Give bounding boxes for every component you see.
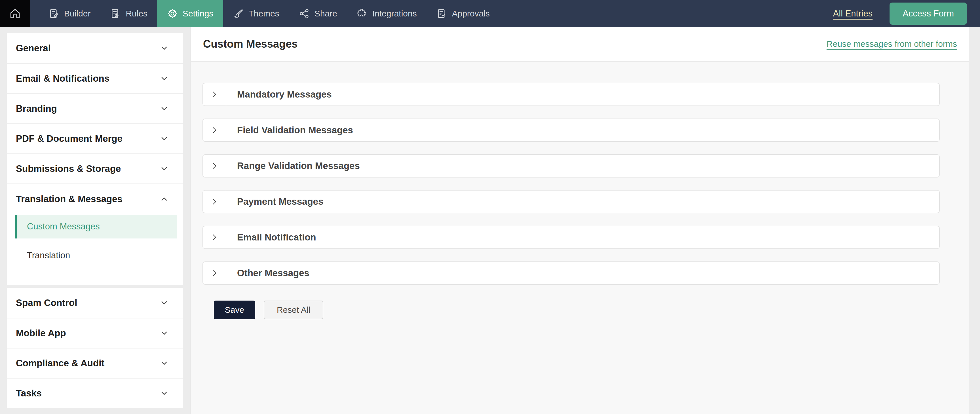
sidebar-group-translation-messages: Translation & Messages Custom Messages T… bbox=[7, 183, 183, 285]
sidebar-item-label: PDF & Document Merge bbox=[16, 133, 123, 144]
sidebar-item-submissions-storage[interactable]: Submissions & Storage bbox=[7, 153, 183, 183]
chevron-down-icon bbox=[160, 389, 169, 398]
integrations-puzzle-icon bbox=[356, 8, 368, 19]
sidebar-item-pdf-document-merge[interactable]: PDF & Document Merge bbox=[7, 123, 183, 153]
sidebar-item-branding[interactable]: Branding bbox=[7, 93, 183, 123]
sidebar-item-spam-control[interactable]: Spam Control bbox=[7, 288, 183, 318]
tab-label: Share bbox=[315, 9, 337, 18]
accordion-email-notification[interactable]: Email Notification bbox=[202, 226, 940, 249]
main-header: Custom Messages Reuse messages from othe… bbox=[191, 27, 969, 62]
sidebar-item-label: Tasks bbox=[16, 388, 42, 399]
accordion-list: Mandatory Messages Field Validation Mess… bbox=[191, 62, 969, 319]
themes-brush-icon bbox=[233, 8, 244, 19]
sidebar-item-email-notifications[interactable]: Email & Notifications bbox=[7, 63, 183, 93]
nav-tabs: Builder Rules Settings bbox=[38, 0, 500, 27]
chevron-right-icon[interactable] bbox=[203, 83, 226, 105]
all-entries-link[interactable]: All Entries bbox=[833, 8, 873, 19]
sidebar-subitem-custom-messages[interactable]: Custom Messages bbox=[15, 215, 177, 239]
accordion-mandatory-messages[interactable]: Mandatory Messages bbox=[202, 83, 940, 106]
accordion-label: Email Notification bbox=[226, 232, 316, 243]
sidebar-item-mobile-app[interactable]: Mobile App bbox=[7, 318, 183, 348]
sidebar-item-compliance-audit[interactable]: Compliance & Audit bbox=[7, 348, 183, 378]
home-icon bbox=[9, 7, 21, 20]
builder-icon bbox=[48, 8, 60, 19]
settings-gear-icon bbox=[167, 8, 178, 19]
sidebar-subitem-translation[interactable]: Translation bbox=[15, 244, 177, 268]
sidebar-item-label: Branding bbox=[16, 103, 57, 114]
page-title: Custom Messages bbox=[203, 38, 298, 50]
accordion-label: Field Validation Messages bbox=[226, 125, 353, 135]
sidebar-item-tasks[interactable]: Tasks bbox=[7, 378, 183, 408]
rules-icon bbox=[110, 8, 121, 19]
reset-all-button[interactable]: Reset All bbox=[264, 301, 323, 319]
accordion-label: Payment Messages bbox=[226, 196, 323, 207]
accordion-field-validation-messages[interactable]: Field Validation Messages bbox=[202, 118, 940, 142]
chevron-down-icon bbox=[160, 298, 169, 307]
tab-settings[interactable]: Settings bbox=[157, 0, 223, 27]
accordion-label: Range Validation Messages bbox=[226, 161, 360, 171]
settings-sidebar: General Email & Notifications Branding P… bbox=[7, 33, 183, 408]
chevron-down-icon bbox=[160, 44, 169, 53]
tab-approvals[interactable]: Approvals bbox=[426, 0, 500, 27]
main-content: Custom Messages Reuse messages from othe… bbox=[191, 27, 969, 414]
tab-integrations[interactable]: Integrations bbox=[347, 0, 426, 27]
sidebar-item-translation-messages[interactable]: Translation & Messages bbox=[7, 184, 183, 214]
sidebar-item-label: Submissions & Storage bbox=[16, 163, 121, 174]
accordion-other-messages[interactable]: Other Messages bbox=[202, 261, 940, 285]
tab-share[interactable]: Share bbox=[289, 0, 347, 27]
sidebar-item-label: Email & Notifications bbox=[16, 73, 110, 84]
chevron-down-icon bbox=[160, 74, 169, 83]
sidebar-item-label: General bbox=[16, 43, 51, 54]
tab-label: Builder bbox=[64, 9, 91, 18]
home-button[interactable] bbox=[0, 0, 30, 27]
sidebar-item-label: Compliance & Audit bbox=[16, 358, 104, 369]
chevron-right-icon[interactable] bbox=[203, 155, 226, 177]
chevron-down-icon bbox=[160, 359, 169, 368]
tab-builder[interactable]: Builder bbox=[38, 0, 100, 27]
chevron-down-icon bbox=[160, 104, 169, 113]
tab-rules[interactable]: Rules bbox=[100, 0, 157, 27]
tab-label: Themes bbox=[249, 9, 279, 18]
reuse-messages-link[interactable]: Reuse messages from other forms bbox=[827, 39, 957, 49]
tab-themes[interactable]: Themes bbox=[223, 0, 289, 27]
chevron-right-icon[interactable] bbox=[203, 226, 226, 248]
access-form-button[interactable]: Access Form bbox=[889, 3, 967, 25]
sidebar-item-general[interactable]: General bbox=[7, 33, 183, 63]
tab-label: Rules bbox=[126, 9, 148, 18]
sidebar-item-label: Spam Control bbox=[16, 298, 77, 308]
chevron-down-icon bbox=[160, 164, 169, 173]
chevron-right-icon[interactable] bbox=[203, 262, 226, 284]
accordion-range-validation-messages[interactable]: Range Validation Messages bbox=[202, 154, 940, 177]
tab-label: Settings bbox=[183, 9, 213, 18]
chevron-right-icon[interactable] bbox=[203, 191, 226, 213]
top-navigation-bar: Builder Rules Settings bbox=[0, 0, 980, 27]
button-bar: Save Reset All bbox=[214, 301, 969, 319]
accordion-label: Mandatory Messages bbox=[226, 89, 332, 100]
accordion-payment-messages[interactable]: Payment Messages bbox=[202, 190, 940, 213]
chevron-right-icon[interactable] bbox=[203, 119, 226, 141]
share-icon bbox=[299, 8, 310, 19]
nav-right-actions: All Entries Access Form bbox=[833, 0, 980, 27]
sidebar-item-label: Mobile App bbox=[16, 328, 66, 339]
approvals-icon bbox=[436, 8, 447, 19]
tab-label: Approvals bbox=[452, 9, 490, 18]
chevron-down-icon bbox=[160, 329, 169, 338]
tab-label: Integrations bbox=[372, 9, 417, 18]
save-button[interactable]: Save bbox=[214, 301, 255, 319]
sidebar-divider bbox=[7, 285, 183, 288]
accordion-label: Other Messages bbox=[226, 268, 309, 279]
chevron-up-icon bbox=[160, 194, 169, 204]
chevron-down-icon bbox=[160, 134, 169, 143]
sidebar-item-label: Translation & Messages bbox=[16, 194, 123, 204]
